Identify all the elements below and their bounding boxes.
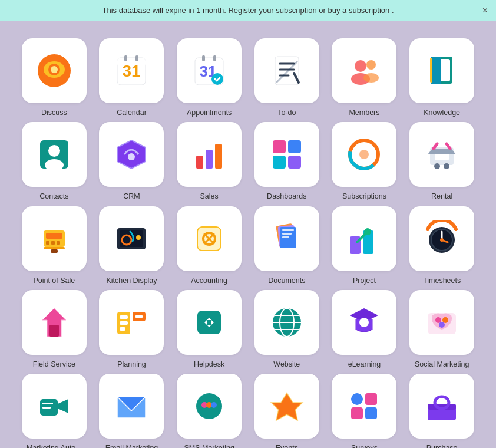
app-icon-crm xyxy=(99,122,164,187)
app-item-appointments[interactable]: 31Appointments xyxy=(173,38,246,117)
app-label-timesheets: Timesheets xyxy=(423,276,461,285)
app-icon-subscriptions xyxy=(332,122,396,187)
svg-point-67 xyxy=(364,228,371,235)
svg-rect-63 xyxy=(282,233,292,235)
app-icon-todo xyxy=(254,38,319,103)
app-icon-dashboards xyxy=(254,122,319,187)
svg-rect-24 xyxy=(430,58,432,83)
svg-point-90 xyxy=(435,317,441,323)
svg-point-17 xyxy=(366,60,376,70)
app-label-rental: Rental xyxy=(431,192,452,201)
app-item-social-marketing[interactable]: Social Marketing xyxy=(405,290,478,369)
app-item-timesheets[interactable]: Timesheets xyxy=(405,206,478,285)
register-link[interactable]: Register your subscription xyxy=(228,6,316,15)
svg-rect-106 xyxy=(365,393,377,405)
svg-point-40 xyxy=(359,150,369,159)
app-label-point-of-sale: Point of Sale xyxy=(33,276,75,285)
svg-rect-46 xyxy=(46,233,62,239)
svg-rect-77 xyxy=(120,321,128,325)
app-label-appointments: Appointments xyxy=(187,108,232,117)
svg-rect-47 xyxy=(44,247,65,249)
app-item-accounting[interactable]: Accounting xyxy=(173,206,246,285)
app-item-events[interactable]: Events xyxy=(250,374,323,448)
svg-point-71 xyxy=(440,238,444,242)
app-item-helpdesk[interactable]: Helpdesk xyxy=(173,290,246,369)
app-icon-kitchen-display xyxy=(99,206,164,271)
svg-rect-108 xyxy=(365,407,377,419)
app-label-contacts: Contacts xyxy=(39,192,68,201)
app-item-contacts[interactable]: Contacts xyxy=(18,122,91,201)
app-item-elearning[interactable]: eLearning xyxy=(328,290,401,369)
app-label-purchase: Purchase xyxy=(426,443,458,448)
app-item-point-of-sale[interactable]: Point of Sale xyxy=(18,206,91,285)
app-item-kitchen-display[interactable]: Kitchen Display xyxy=(95,206,168,285)
app-label-calendar: Calendar xyxy=(117,108,147,117)
app-item-members[interactable]: Members xyxy=(328,38,401,117)
svg-point-91 xyxy=(442,317,448,323)
app-item-purchase[interactable]: Purchase xyxy=(405,374,478,448)
svg-rect-80 xyxy=(135,315,143,318)
app-label-planning: Planning xyxy=(117,360,146,369)
app-item-todo[interactable]: To-do xyxy=(250,38,323,117)
app-icon-appointments: 31 xyxy=(177,38,242,103)
app-label-subscriptions: Subscriptions xyxy=(342,192,386,201)
svg-rect-33 xyxy=(215,144,222,169)
app-item-knowledge[interactable]: Knowledge xyxy=(405,38,478,117)
app-icon-social-marketing xyxy=(409,290,474,355)
app-item-marketing-auto[interactable]: Marketing Auto... xyxy=(18,374,91,448)
svg-point-16 xyxy=(355,60,366,72)
app-label-field-service: Field Service xyxy=(33,360,75,369)
buy-link[interactable]: buy a subscription xyxy=(328,6,389,15)
app-icon-email-marketing xyxy=(99,374,164,439)
app-label-members: Members xyxy=(349,108,379,117)
svg-point-102 xyxy=(211,402,217,408)
app-label-elearning: eLearning xyxy=(348,360,381,369)
svg-point-27 xyxy=(45,159,64,171)
svg-rect-78 xyxy=(120,327,125,331)
svg-rect-48 xyxy=(51,249,58,253)
svg-rect-51 xyxy=(57,241,60,245)
app-label-website: Website xyxy=(273,360,300,369)
notification-text: This database will expire in 1 month. xyxy=(102,6,226,15)
svg-rect-107 xyxy=(351,407,363,419)
svg-marker-23 xyxy=(431,57,441,84)
app-item-email-marketing[interactable]: Email Marketing xyxy=(95,374,168,448)
svg-rect-31 xyxy=(196,156,203,169)
app-icon-events xyxy=(254,374,319,439)
app-label-project: Project xyxy=(353,276,376,285)
svg-rect-105 xyxy=(351,393,363,405)
svg-point-11 xyxy=(211,73,223,85)
close-notification-button[interactable]: × xyxy=(482,5,488,16)
svg-point-19 xyxy=(363,73,379,83)
app-icon-sms-marketing xyxy=(177,374,242,439)
app-item-sms-marketing[interactable]: SMS Marketing xyxy=(173,374,246,448)
app-item-planning[interactable]: Planning xyxy=(95,290,168,369)
app-label-social-marketing: Social Marketing xyxy=(415,360,469,369)
app-icon-planning xyxy=(99,290,164,355)
app-label-crm: CRM xyxy=(123,192,140,201)
app-item-rental[interactable]: Rental xyxy=(405,122,478,201)
app-item-calendar[interactable]: 31Calendar xyxy=(95,38,168,117)
app-icon-rental xyxy=(409,122,474,187)
app-item-surveys[interactable]: Surveys xyxy=(328,374,401,448)
app-item-website[interactable]: Website xyxy=(250,290,323,369)
app-item-project[interactable]: Project xyxy=(328,206,401,285)
svg-rect-49 xyxy=(46,241,49,245)
svg-rect-50 xyxy=(51,241,55,245)
app-item-documents[interactable]: Documents xyxy=(250,206,323,285)
svg-rect-36 xyxy=(273,156,286,169)
app-label-sales: Sales xyxy=(200,192,219,201)
app-item-dashboards[interactable]: Dashboards xyxy=(250,122,323,201)
app-item-discuss[interactable]: Discuss xyxy=(18,38,91,117)
app-label-accounting: Accounting xyxy=(191,276,227,285)
app-item-subscriptions[interactable]: Subscriptions xyxy=(328,122,401,201)
app-label-marketing-auto: Marketing Auto... xyxy=(27,443,82,448)
app-icon-documents xyxy=(254,206,319,271)
app-item-field-service[interactable]: Field Service xyxy=(18,290,91,369)
svg-rect-13 xyxy=(213,55,216,61)
app-item-sales[interactable]: Sales xyxy=(173,122,246,201)
app-icon-sales xyxy=(177,122,242,187)
svg-point-92 xyxy=(439,322,445,328)
app-item-crm[interactable]: CRM xyxy=(95,122,168,201)
app-label-sms-marketing: SMS Marketing xyxy=(184,443,234,448)
